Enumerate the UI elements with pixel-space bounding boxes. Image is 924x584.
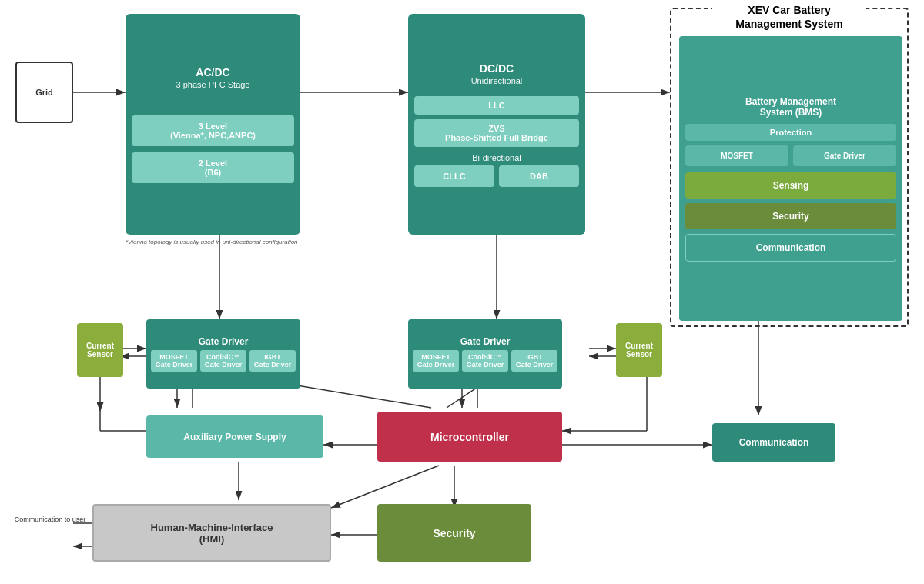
dcdc-title: DC/DC: [414, 62, 579, 75]
current-sensor-right: CurrentSensor: [616, 323, 662, 377]
bms-protection: Protection: [685, 124, 896, 141]
bms-sensing: Sensing: [685, 172, 896, 199]
gate-driver-right: Gate Driver MOSFETGate Driver CoolSiC™Ga…: [408, 319, 562, 389]
gate-driver-right-igbt: IGBTGate Driver: [511, 350, 557, 372]
hmi-box: Human-Machine-Interface(HMI): [92, 504, 331, 562]
dcdc-llc: LLC: [414, 96, 579, 115]
svg-line-15: [331, 466, 439, 508]
dcdc-bidirectional-label: Bi-directional: [414, 153, 579, 162]
acdc-box: AC/DC 3 phase PFC Stage 3 Level(Vienna*,…: [126, 14, 300, 235]
gate-driver-left-title: Gate Driver: [151, 336, 296, 347]
acdc-level3: 3 Level(Vienna*, NPC,ANPC): [132, 115, 294, 146]
bms-gate-driver: Gate Driver: [793, 145, 896, 166]
dcdc-zvs: ZVSPhase-Shifted Full Bridge: [414, 119, 579, 147]
gate-driver-left: Gate Driver MOSFETGate Driver CoolSiC™Ga…: [146, 319, 300, 389]
xev-title: XEV Car BatteryManagement System: [712, 3, 866, 31]
diagram: Grid AC/DC 3 phase PFC Stage 3 Level(Vie…: [0, 0, 924, 584]
gate-driver-left-coolsic: CoolSiC™Gate Driver: [200, 350, 246, 372]
aux-power-supply: Auxiliary Power Supply: [146, 415, 323, 458]
dcdc-cllc: CLLC: [414, 165, 494, 187]
dcdc-dab: DAB: [499, 165, 579, 187]
acdc-subtitle: 3 phase PFC Stage: [132, 80, 294, 89]
grid-box: Grid: [15, 62, 73, 123]
current-sensor-left: CurrentSensor: [77, 323, 123, 377]
dcdc-box: DC/DC Unidirectional LLC ZVSPhase-Shifte…: [408, 14, 585, 235]
microcontroller: Microcontroller: [377, 412, 562, 462]
gate-driver-right-title: Gate Driver: [413, 336, 557, 347]
vienna-note: *Vienna topology is usually used in uni-…: [126, 239, 303, 245]
bms-container: XEV Car BatteryManagement System Battery…: [670, 8, 909, 327]
gate-driver-left-igbt: IGBTGate Driver: [249, 350, 296, 372]
bms-security: Security: [685, 203, 896, 229]
gate-driver-right-coolsic: CoolSiC™Gate Driver: [462, 350, 508, 372]
security-bottom: Security: [377, 504, 531, 562]
dcdc-subtitle: Unidirectional: [414, 76, 579, 85]
bms-title: Battery ManagementSystem (BMS): [685, 96, 896, 118]
bms-mosfet: MOSFET: [685, 145, 788, 166]
acdc-level2: 2 Level(B6): [132, 152, 294, 183]
communication-right: Communication: [712, 423, 835, 462]
gate-driver-right-mosfet: MOSFETGate Driver: [413, 350, 459, 372]
grid-label: Grid: [35, 88, 53, 97]
comm-to-user-label: Communication to user: [12, 516, 89, 523]
bms-inner-box: Battery ManagementSystem (BMS) Protectio…: [679, 36, 902, 321]
bms-communication: Communication: [685, 234, 896, 262]
gate-driver-left-mosfet: MOSFETGate Driver: [151, 350, 197, 372]
acdc-title: AC/DC: [132, 66, 294, 78]
